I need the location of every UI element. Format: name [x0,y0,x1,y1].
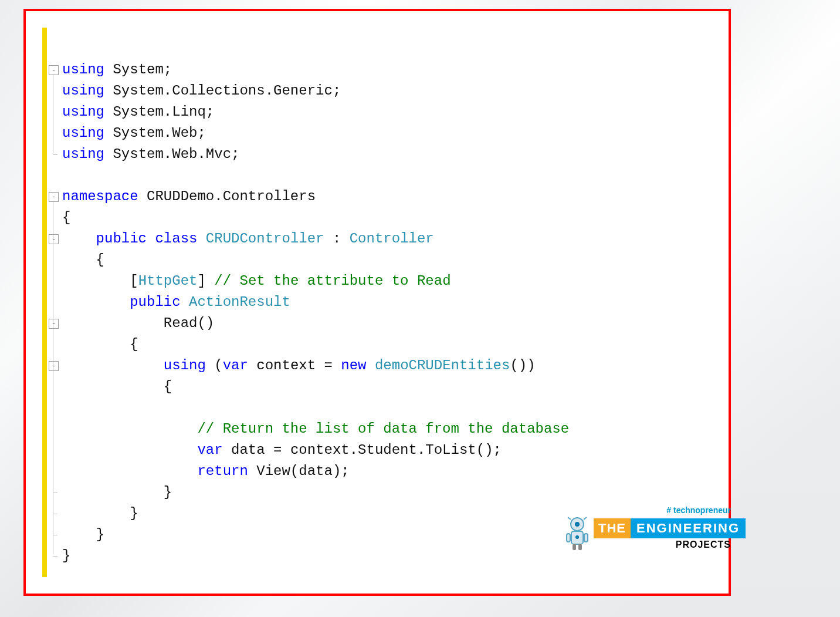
watermark-logo: # technopreneur THE ENGINEERING PROJECTS [558,505,734,558]
robot-icon [563,516,591,551]
fold-toggle[interactable]: - [49,192,59,202]
svg-rect-8 [573,544,576,550]
fold-toggle[interactable]: - [49,319,59,329]
svg-rect-7 [584,534,588,542]
code-line: [HttpGet] // Set the attribute to Read [62,271,451,292]
code-line [62,397,164,419]
code-line: { [62,376,172,397]
code-line: // Return the list of data from the data… [62,419,569,440]
watermark-projects: PROJECTS [676,540,731,550]
code-editor: ----- using System;using System.Collecti… [42,28,712,577]
code-line: using System.Web; [62,123,206,144]
code-line: } [62,482,172,503]
fold-gutter: ----- [47,28,62,577]
code-line: namespace CRUDDemo.Controllers [62,186,316,207]
code-line: Read() [62,313,214,334]
page-background: ----- using System;using System.Collecti… [0,0,840,617]
code-line: return View(data); [62,461,350,482]
svg-rect-6 [567,534,570,542]
outline-guide-end [53,514,57,514]
outline-guide-end [53,154,57,155]
svg-point-1 [575,522,580,527]
code-line: { [62,250,104,271]
fold-toggle[interactable]: - [49,65,59,75]
svg-line-2 [568,517,571,520]
watermark-hash: # technopreneur [666,505,731,515]
fold-toggle[interactable]: - [49,361,59,371]
outline-guide [53,370,53,491]
code-line: using System.Web.Mvc; [62,144,239,165]
watermark-bar: THE ENGINEERING [594,518,746,538]
outline-guide [53,74,53,153]
code-line: using System.Collections.Generic; [62,80,341,102]
watermark-engineering: ENGINEERING [631,518,746,538]
code-line: { [62,207,70,228]
code-line: public class CRUDController : Controller [62,228,434,250]
svg-line-3 [584,517,587,520]
red-frame: ----- using System;using System.Collecti… [23,9,731,596]
code-line: } [62,524,104,545]
code-line: { [62,334,138,355]
svg-point-5 [575,535,579,539]
code-area: using System;using System.Collections.Ge… [62,28,712,577]
fold-toggle[interactable]: - [49,234,59,244]
code-line: public ActionResult [62,292,290,313]
outline-guide-end [53,493,57,493]
code-line: var data = context.Student.ToList(); [62,440,502,461]
code-line: } [62,545,70,567]
code-line: using System.Linq; [62,102,214,123]
outline-guide-end [53,535,57,535]
outline-guide-end [53,556,57,557]
code-line: using (var context = new demoCRUDEntitie… [62,355,536,376]
watermark-the: THE [594,518,631,538]
code-line: } [62,503,138,524]
modification-bar [42,28,47,577]
code-line: using System; [62,59,172,80]
svg-rect-9 [578,544,582,550]
